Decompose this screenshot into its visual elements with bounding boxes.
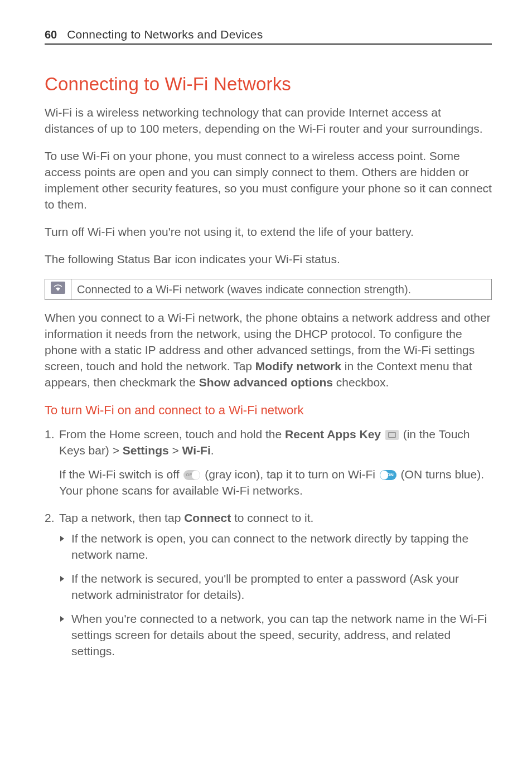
step1-gt: > [169, 444, 182, 457]
step1-sub: If the Wi-Fi switch is off OFF (gray ico… [59, 467, 492, 499]
step1-text-pre: From the Home screen, touch and hold the [59, 428, 285, 440]
intro-paragraph-4: The following Status Bar icon indicates … [45, 251, 492, 268]
bullet-secured-network: If the network is secured, you'll be pro… [59, 571, 492, 603]
step-1: From the Home screen, touch and hold the… [45, 427, 492, 499]
page-header: 60 Connecting to Networks and Devices [45, 28, 492, 45]
intro-paragraph-1: Wi-Fi is a wireless networking technolog… [45, 105, 492, 137]
recent-apps-key-label: Recent Apps Key [285, 428, 381, 440]
page-number: 60 [45, 28, 57, 41]
bullet-connected-details: When you're connected to a network, you … [59, 611, 492, 660]
steps-list: From the Home screen, touch and hold the… [45, 427, 492, 660]
switch-on-icon: ON [380, 470, 396, 480]
step1-line2-pre: If the Wi-Fi switch is off [59, 468, 182, 481]
intro-paragraph-3: Turn off Wi-Fi when you're not using it,… [45, 224, 492, 240]
subheading: To turn Wi-Fi on and connect to a Wi-Fi … [45, 402, 492, 419]
intro-paragraph-2: To use Wi-Fi on your phone, you must con… [45, 148, 492, 213]
bullet-open-network: If the network is open, you can connect … [59, 531, 492, 563]
settings-label: Settings [123, 444, 169, 457]
step2-bullets: If the network is open, you can connect … [59, 531, 492, 660]
icon-description: Connected to a Wi-Fi network (waves indi… [71, 279, 492, 299]
dhcp-paragraph: When you connect to a Wi-Fi network, the… [45, 310, 492, 391]
section-title: Connecting to Networks and Devices [67, 28, 263, 41]
step2-text-pre: Tap a network, then tap [59, 511, 184, 524]
step1-period: . [211, 444, 214, 457]
wifi-connected-icon [51, 282, 65, 294]
step1-line2-mid: (gray icon), tap it to turn on Wi-Fi [201, 468, 378, 481]
body-content: Wi-Fi is a wireless networking technolog… [45, 105, 492, 660]
recent-apps-key-icon [385, 430, 399, 440]
wifi-label: Wi-Fi [182, 444, 211, 457]
step2-text-post: to connect to it. [231, 511, 313, 524]
show-advanced-options-label: Show advanced options [199, 376, 333, 389]
switch-on-label: ON [387, 472, 394, 478]
page-container: 60 Connecting to Networks and Devices Co… [0, 0, 532, 690]
table-row: Connected to a Wi-Fi network (waves indi… [45, 279, 492, 299]
status-icon-table: Connected to a Wi-Fi network (waves indi… [45, 279, 492, 300]
switch-off-icon: OFF [183, 470, 200, 480]
dhcp-text-post: checkbox. [333, 376, 389, 389]
modify-network-label: Modify network [255, 360, 341, 372]
icon-cell [45, 279, 71, 299]
connect-label: Connect [184, 511, 231, 524]
page-title: Connecting to Wi-Fi Networks [45, 74, 492, 95]
switch-off-label: OFF [186, 472, 195, 478]
step-2: Tap a network, then tap Connect to conne… [45, 510, 492, 660]
